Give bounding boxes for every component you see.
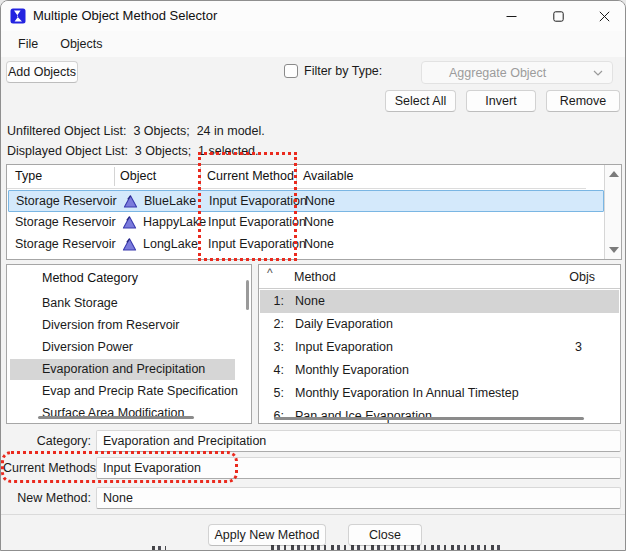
method-row-number: 1:	[260, 294, 284, 308]
multiple-object-method-selector-window: Multiple Object Method Selector File Obj…	[0, 0, 626, 551]
cell-available: None	[304, 237, 334, 251]
method-list: ^ Method Objs 1: None 2: Daily Evaporati…	[258, 264, 621, 424]
menu-objects[interactable]: Objects	[51, 34, 111, 54]
remove-button[interactable]: Remove	[546, 90, 620, 112]
new-method-label: New Method:	[3, 491, 91, 505]
method-list-header: ^ Method Objs	[259, 265, 620, 289]
title-bar: Multiple Object Method Selector	[1, 1, 625, 31]
method-row-name: None	[295, 294, 325, 308]
maximize-button[interactable]	[536, 1, 580, 31]
column-header-object[interactable]: Object	[120, 169, 156, 183]
method-row-daily-evaporation[interactable]: 2: Daily Evaporation	[260, 313, 619, 336]
column-header-available[interactable]: Available	[303, 169, 354, 183]
cell-type: Storage Reservoir	[15, 215, 116, 229]
close-dialog-button[interactable]: Close	[348, 524, 422, 546]
unfiltered-object-list-summary: Unfiltered Object List: 3 Objects; 24 in…	[7, 124, 265, 138]
method-row-number: 3:	[260, 340, 284, 354]
method-row-none[interactable]: 1: None	[260, 290, 619, 313]
method-row-name: Input Evaporation	[295, 340, 393, 354]
cell-type: Storage Reservoir	[15, 237, 116, 251]
storage-reservoir-icon	[122, 215, 137, 230]
footer-divider	[1, 514, 625, 515]
close-button[interactable]	[582, 1, 626, 31]
storage-reservoir-icon	[123, 194, 138, 209]
column-divider[interactable]	[296, 167, 297, 186]
method-category-list: Method Category Bank Storage Diversion f…	[6, 264, 252, 424]
cell-available: None	[305, 194, 335, 208]
table-vertical-scrollbar[interactable]	[604, 165, 621, 259]
table-row-longlake[interactable]: Storage Reservoir LongLake Input Evapora…	[8, 234, 604, 256]
scroll-down-icon[interactable]	[609, 247, 619, 253]
scroll-up-icon[interactable]	[609, 171, 619, 177]
method-row-name: Daily Evaporation	[295, 317, 393, 331]
method-row-monthly-evaporation[interactable]: 4: Monthly Evaporation	[260, 359, 619, 382]
category-field: Evaporation and Precipitation	[96, 430, 621, 452]
object-type-dropdown[interactable]: Aggregate Object	[421, 61, 613, 84]
object-type-value: Aggregate Object	[449, 66, 546, 80]
add-objects-button[interactable]: Add Objects	[6, 61, 78, 83]
method-row-input-evaporation[interactable]: 3: Input Evaporation 3	[260, 336, 619, 359]
current-methods-label: Current Methods:	[3, 461, 91, 475]
method-row-number: 4:	[260, 363, 284, 377]
table-row-happylake[interactable]: Storage Reservoir HappyLake Input Evapor…	[8, 212, 604, 234]
maximize-icon	[553, 11, 564, 22]
cell-available: None	[304, 215, 334, 229]
column-divider[interactable]	[200, 167, 201, 186]
category-item-diversion-power[interactable]: Diversion Power	[10, 337, 235, 358]
category-item-surface-area-modification[interactable]: Surface Area Modification	[10, 403, 235, 424]
column-header-current-method[interactable]: Current Method	[207, 169, 294, 183]
displayed-object-list-summary: Displayed Object List: 3 Objects; 1 sele…	[7, 144, 259, 158]
cell-type: Storage Reservoir	[16, 194, 117, 208]
riverware-logo-icon	[10, 8, 26, 24]
object-table: Type Object Current Method Available Sto…	[6, 164, 622, 260]
column-divider[interactable]	[114, 167, 115, 186]
minimize-button[interactable]	[489, 1, 533, 31]
cell-object: BlueLake	[144, 194, 196, 208]
window-title: Multiple Object Method Selector	[33, 8, 217, 23]
category-item-evaporation-and-precipitation[interactable]: Evaporation and Precipitation	[10, 359, 235, 380]
category-label: Category:	[3, 434, 91, 448]
clipped-background-text-artifact	[271, 545, 503, 551]
method-row-monthly-evap-annual-timestep[interactable]: 5: Monthly Evaporation In Annual Timeste…	[260, 382, 619, 405]
category-horizontal-scroll-thumb[interactable]	[38, 416, 194, 419]
column-header-type[interactable]: Type	[15, 169, 42, 183]
filter-by-type-label: Filter by Type:	[304, 64, 382, 78]
category-item-bank-storage[interactable]: Bank Storage	[10, 293, 235, 314]
close-icon	[599, 11, 610, 22]
method-row-number: 5:	[260, 386, 284, 400]
column-header-method[interactable]: Method	[294, 270, 336, 284]
current-methods-value: Input Evaporation	[103, 461, 201, 475]
new-method-field: None	[96, 487, 621, 509]
category-vertical-scroll-thumb[interactable]	[246, 280, 249, 310]
method-row-name: Monthly Evaporation	[295, 363, 409, 377]
select-all-button[interactable]: Select All	[385, 90, 456, 112]
cell-current-method: Input Evaporation	[208, 215, 306, 229]
storage-reservoir-icon	[122, 237, 137, 252]
category-item-diversion-from-reservoir[interactable]: Diversion from Reservoir	[10, 315, 235, 336]
minimize-icon	[506, 11, 517, 22]
cell-object: HappyLake	[143, 215, 206, 229]
method-row-name: Monthly Evaporation In Annual Timestep	[295, 386, 519, 400]
invert-button[interactable]: Invert	[466, 90, 536, 112]
chevron-down-icon	[593, 70, 603, 76]
column-header-objs[interactable]: Objs	[569, 270, 595, 284]
table-row-bluelake[interactable]: Storage Reservoir BlueLake Input Evapora…	[8, 190, 604, 212]
menu-bar: File Objects	[1, 31, 625, 57]
apply-new-method-button[interactable]: Apply New Method	[208, 524, 326, 546]
filter-by-type-checkbox[interactable]	[284, 64, 298, 78]
sort-ascending-icon[interactable]: ^	[267, 266, 273, 280]
object-table-header: Type Object Current Method Available	[7, 165, 586, 189]
cell-current-method: Input Evaporation	[208, 237, 306, 251]
method-row-name: Pan and Ice Evaporation	[295, 409, 432, 423]
cell-current-method: Input Evaporation	[209, 194, 307, 208]
method-horizontal-scroll-thumb[interactable]	[274, 417, 584, 420]
category-value: Evaporation and Precipitation	[103, 434, 266, 448]
method-category-header: Method Category	[42, 271, 138, 285]
new-method-value: None	[103, 491, 133, 505]
menu-file[interactable]: File	[9, 34, 47, 54]
method-row-objs: 3	[575, 340, 582, 354]
current-methods-field: Input Evaporation	[96, 457, 621, 479]
category-item-evap-precip-rate[interactable]: Evap and Precip Rate Specification	[10, 381, 235, 402]
method-row-number: 2:	[260, 317, 284, 331]
clipped-background-text-artifact	[152, 546, 166, 551]
